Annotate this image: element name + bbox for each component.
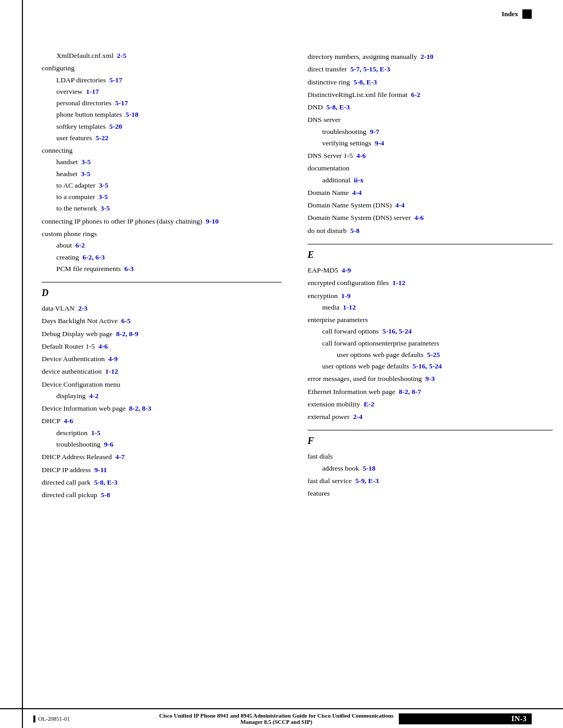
link-direct-transfer[interactable]: 5-7, 5-15, E-3	[350, 65, 390, 73]
link-domain-name-system-server[interactable]: 4-6	[414, 214, 424, 221]
link-dns-server-15[interactable]: 4-6	[357, 152, 366, 159]
entry-user-opts-defaults-2: user options web page defaults 5-16, 5-2…	[308, 361, 553, 372]
entry-distinctive-ringlist: DistinctiveRingList.xml file format 6-2	[308, 89, 553, 101]
link-distinctive-ring[interactable]: 5-8, E-3	[353, 78, 377, 86]
link-description[interactable]: 1-5	[91, 429, 101, 437]
link-error-messages[interactable]: 9-3	[425, 375, 435, 382]
link-personal-dir[interactable]: 5-17	[115, 99, 128, 107]
entry-additional: additional ii-x	[308, 175, 553, 186]
link-to-network[interactable]: 3-5	[101, 204, 110, 212]
entry-device-auth-cap: Device Authentication 4-9	[42, 353, 282, 365]
link-debug-display[interactable]: 8-2, 8-9	[116, 330, 139, 338]
link-dns-verify[interactable]: 9-4	[375, 139, 384, 147]
entry-ldap: LDAP directories 5-17	[42, 75, 282, 86]
entry-displaying: displaying 4-2	[42, 390, 282, 402]
link-headset[interactable]: 3-5	[81, 170, 90, 178]
link-pcm[interactable]: 6-3	[124, 265, 133, 273]
header-index-area: Index	[501, 9, 532, 19]
link-dhcp-addr-released[interactable]: 4-7	[115, 453, 125, 461]
entry-device-auth-lower: device authentication 1-12	[42, 366, 282, 377]
entry-xmldefault: XmlDefault.cnf.xml 2-5	[42, 50, 282, 61]
link-media[interactable]: 1-12	[343, 303, 356, 311]
left-column: XmlDefault.cnf.xml 2-5 configuring LDAP …	[42, 50, 297, 501]
link-dhcp[interactable]: 4-6	[64, 417, 73, 425]
entry-media: media 1-12	[308, 302, 553, 313]
entry-call-forward-enterprise: call forward optionsenterprise parameter…	[308, 338, 553, 349]
link-default-router[interactable]: 4-6	[99, 342, 108, 350]
entry-connecting: connecting	[42, 145, 282, 156]
link-user-opts-defaults-1[interactable]: 5-25	[427, 351, 440, 359]
link-overview[interactable]: 1-17	[86, 88, 99, 95]
link-days-backlight[interactable]: 6-5	[121, 317, 131, 325]
entry-troubleshooting-dhcp: troubleshooting 9-6	[42, 439, 282, 450]
link-device-auth-cap[interactable]: 4-9	[108, 355, 118, 363]
link-phone-button[interactable]: 5-18	[126, 110, 139, 118]
link-external-power[interactable]: 2-4	[353, 413, 362, 421]
link-creating[interactable]: 6-2, 6-3	[82, 253, 105, 261]
entry-domain-name: Domain Name 4-4	[308, 187, 553, 199]
link-user-opts-defaults-2[interactable]: 5-16, 5-24	[412, 362, 442, 370]
link-ethernet-info[interactable]: 8-2, 8-7	[399, 388, 421, 396]
footer-page: IN-3	[399, 713, 532, 724]
link-do-not-disturb[interactable]: 5-8	[350, 227, 360, 235]
link-encryption[interactable]: 1-9	[341, 292, 350, 300]
link-softkey[interactable]: 5-20	[109, 122, 123, 130]
entry-overview: overview 1-17	[42, 86, 282, 97]
left-margin-rule	[22, 0, 23, 728]
footer-doc-number: ▐ OL-20851-01	[31, 715, 154, 722]
link-eap-md5[interactable]: 4-9	[341, 266, 351, 274]
link-domain-name-system[interactable]: 4-4	[395, 201, 405, 209]
entry-fast-dials: fast dials	[308, 451, 553, 462]
link-troubleshooting-dhcp[interactable]: 9-6	[104, 440, 114, 448]
link-address-book[interactable]: 5-18	[363, 464, 376, 472]
section-letter-e: E	[308, 250, 553, 261]
link-device-auth-lower[interactable]: 1-12	[105, 367, 118, 375]
link-extension-mobility[interactable]: E-2	[364, 400, 374, 408]
link-xmldefault[interactable]: 2-5	[117, 52, 126, 59]
link-displaying[interactable]: 4-2	[89, 392, 99, 400]
entry-description: description 1-5	[42, 427, 282, 439]
link-directed-call-pickup[interactable]: 5-8	[101, 491, 110, 499]
link-domain-name[interactable]: 4-4	[352, 189, 362, 196]
entry-features: features	[308, 488, 553, 499]
entry-creating: creating 6-2, 6-3	[42, 252, 282, 263]
entry-encryption: encryption 1-9	[308, 290, 553, 302]
link-call-forward-opts[interactable]: 5-16, 5-24	[382, 327, 411, 335]
entry-directed-call-pickup: directed call pickup 5-8	[42, 489, 282, 501]
link-distinctive-ringlist[interactable]: 6-2	[411, 91, 420, 98]
link-directed-call-park[interactable]: 5-8, E-3	[94, 478, 117, 486]
link-ldap[interactable]: 5-17	[109, 76, 123, 84]
entry-enterprise-params: enterprise parameters	[308, 314, 553, 326]
entry-dns-verify: verifying settings 9-4	[308, 138, 553, 149]
entry-call-forward-opts: call forward options 5-16, 5-24	[308, 326, 553, 337]
link-data-vlan[interactable]: 2-3	[78, 304, 88, 312]
section-letter-d: D	[42, 288, 282, 299]
link-dir-numbers[interactable]: 2-10	[421, 53, 434, 60]
link-daisy[interactable]: 9-10	[206, 217, 219, 225]
link-device-info-web[interactable]: 8-2, 8-3	[129, 404, 152, 412]
link-about[interactable]: 6-2	[76, 241, 85, 249]
entry-personal-dir: personal directories 5-17	[42, 97, 282, 109]
entry-dir-numbers: directory numbers, assigning manually 2-…	[308, 51, 553, 63]
link-encrypted-config[interactable]: 1-12	[393, 279, 406, 287]
link-fast-dial-service[interactable]: 5-9, E-3	[355, 477, 378, 485]
entry-days-backlight: Days Backlight Not Active 6-5	[42, 315, 282, 327]
entry-custom-rings: custom phone rings	[42, 228, 282, 240]
link-user-features[interactable]: 5-22	[95, 134, 108, 142]
entry-eap-md5: EAP-MD5 4-9	[308, 265, 553, 276]
entry-do-not-disturb: do not disturb 5-8	[308, 225, 553, 237]
link-handset[interactable]: 3-5	[81, 158, 91, 166]
link-dns-troubleshooting[interactable]: 9-7	[370, 128, 380, 135]
entry-softkey: softkey templates 5-20	[42, 121, 282, 132]
link-dnd[interactable]: 5-8, E-3	[326, 103, 350, 111]
entry-pcm: PCM file requirements 6-3	[42, 263, 282, 275]
entry-debug-display: Debug Display web page 8-2, 8-9	[42, 328, 282, 340]
entry-user-opts-defaults-1: user options web page defaults 5-25	[308, 349, 553, 361]
entry-distinctive-ring: distinctive ring 5-8, E-3	[308, 77, 553, 88]
link-to-computer[interactable]: 3-5	[99, 193, 108, 201]
link-dhcp-ip[interactable]: 9-11	[94, 466, 107, 474]
divider-e	[308, 244, 553, 244]
link-ac-adapter[interactable]: 3-5	[99, 181, 108, 189]
header-black-rect	[522, 9, 532, 19]
link-additional[interactable]: ii-x	[354, 176, 364, 184]
